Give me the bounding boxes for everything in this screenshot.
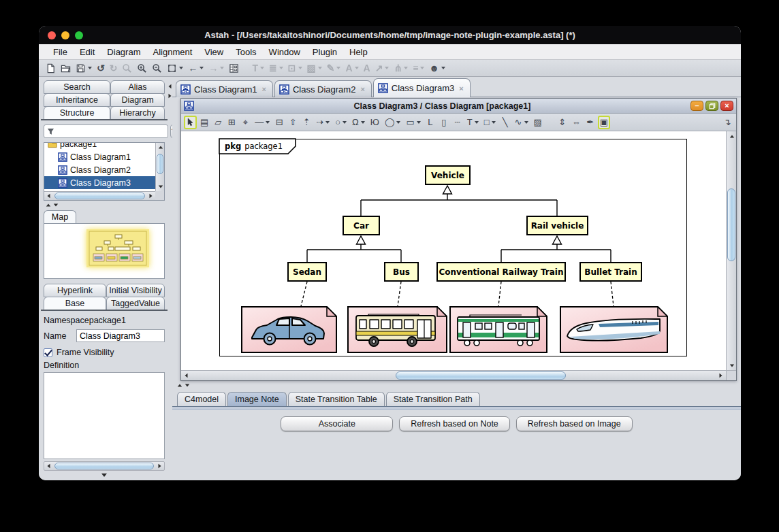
collapse-up-icon[interactable] bbox=[178, 384, 182, 387]
scroll-right-icon[interactable] bbox=[146, 192, 155, 201]
tab-search[interactable]: Search bbox=[44, 80, 110, 94]
font-color-icon[interactable]: A bbox=[343, 61, 360, 76]
class-node[interactable]: Bus bbox=[384, 262, 419, 282]
scroll-left-icon[interactable] bbox=[44, 462, 53, 471]
scroll-up-icon[interactable] bbox=[727, 131, 737, 141]
filter-input[interactable] bbox=[57, 126, 165, 137]
tab-image-note[interactable]: Image Note bbox=[227, 392, 287, 406]
text-tool-icon[interactable]: T bbox=[465, 116, 481, 129]
train-image-note[interactable] bbox=[449, 306, 547, 353]
name-field[interactable] bbox=[76, 329, 165, 342]
pin-tool-icon[interactable]: ⌖ bbox=[239, 116, 251, 129]
association-tool-icon[interactable]: — bbox=[253, 116, 272, 129]
tab-inheritance[interactable]: Inheritance bbox=[44, 93, 110, 107]
subsystem-tool-icon[interactable]: ⊞ bbox=[225, 116, 238, 129]
scroll-down-icon[interactable] bbox=[156, 182, 165, 191]
associate-button[interactable]: Associate bbox=[281, 416, 393, 431]
distribute-vertical-icon[interactable]: ⇕ bbox=[556, 116, 569, 129]
dock-corner-icon[interactable]: ↴ bbox=[721, 116, 733, 129]
zoom-in-icon[interactable] bbox=[135, 61, 149, 76]
connector-style-icon[interactable]: ↗ bbox=[373, 61, 392, 76]
diagram-list-icon[interactable] bbox=[227, 61, 241, 76]
tab-taggedvalue[interactable]: TaggedValue bbox=[106, 297, 165, 310]
realization-tool-icon[interactable]: ⇡ bbox=[300, 116, 313, 129]
canvas-horizontal-scrollbar[interactable] bbox=[181, 371, 726, 380]
tab-structure[interactable]: Structure bbox=[44, 106, 110, 120]
collapse-down-icon[interactable] bbox=[101, 473, 107, 477]
close-editor-button[interactable]: × bbox=[720, 101, 733, 111]
font-icon[interactable]: A bbox=[362, 61, 372, 76]
tree-item-package1[interactable]: package1 bbox=[44, 143, 155, 150]
close-tab-icon[interactable]: × bbox=[459, 84, 463, 93]
menu-help[interactable]: Help bbox=[343, 47, 374, 57]
line-tool-icon[interactable]: ╲ bbox=[499, 116, 511, 129]
scroll-right-icon[interactable] bbox=[716, 371, 726, 380]
collapse-left-icon[interactable] bbox=[169, 84, 172, 88]
tree-map-splitter[interactable] bbox=[44, 201, 165, 210]
scroll-right-icon[interactable] bbox=[155, 462, 164, 471]
tab-class-diagram3[interactable]: Class Diagram3 × bbox=[373, 78, 471, 97]
tree-item-class-diagram2[interactable]: Class Diagram2 bbox=[44, 163, 155, 176]
pushpin-icon[interactable]: ✒ bbox=[584, 116, 597, 129]
port-tool-icon[interactable]: ◯ bbox=[383, 116, 403, 129]
tab-map[interactable]: Map bbox=[44, 210, 76, 223]
menu-tools[interactable]: Tools bbox=[229, 47, 262, 57]
diagram-minimap[interactable] bbox=[86, 229, 149, 267]
image-tool-icon[interactable]: ▨ bbox=[532, 116, 544, 129]
menu-plugin[interactable]: Plugin bbox=[306, 47, 343, 57]
minimize-editor-button[interactable]: – bbox=[690, 101, 703, 111]
menu-alignment[interactable]: Alignment bbox=[146, 47, 198, 57]
scroll-down-icon[interactable] bbox=[727, 361, 737, 370]
note-anchor-tool-icon[interactable]: ┄ bbox=[451, 116, 464, 129]
tab-initial-visibility[interactable]: Initial Visibility bbox=[106, 284, 165, 297]
rect-tool-icon[interactable]: □ bbox=[482, 116, 498, 129]
tab-alias[interactable]: Alias bbox=[110, 80, 165, 94]
back-icon[interactable]: ← bbox=[186, 61, 206, 76]
tree-hscroll-thumb[interactable] bbox=[54, 193, 145, 199]
distribute-horizontal-icon[interactable]: ⇔ bbox=[570, 116, 583, 129]
bottom-panel-splitter[interactable] bbox=[172, 381, 741, 390]
vertical-text-icon[interactable]: T bbox=[250, 61, 266, 76]
canvas-vertical-scrollbar[interactable] bbox=[726, 131, 736, 370]
menu-diagram[interactable]: Diagram bbox=[101, 47, 146, 57]
sidebar-horizontal-scrollbar[interactable] bbox=[44, 461, 165, 471]
open-file-icon[interactable] bbox=[59, 61, 73, 76]
tab-hyperlink[interactable]: Hyperlink bbox=[44, 284, 106, 297]
close-window-button[interactable] bbox=[48, 31, 56, 39]
redo-icon[interactable]: ↻ bbox=[108, 61, 120, 76]
class-node[interactable]: Conventional Railway Train bbox=[436, 262, 566, 282]
tab-class-diagram1[interactable]: Class Diagram1 × bbox=[176, 80, 273, 97]
class-node[interactable]: Car bbox=[343, 216, 380, 235]
fit-window-icon[interactable] bbox=[165, 61, 185, 76]
bus-image-note[interactable] bbox=[347, 306, 447, 353]
expand-right-icon[interactable] bbox=[169, 94, 172, 98]
tab-diagram[interactable]: Diagram bbox=[110, 93, 165, 107]
search-icon[interactable] bbox=[120, 61, 134, 76]
lifeline-tool-icon[interactable]: L bbox=[424, 116, 436, 129]
generalization-tool-icon[interactable]: ⇧ bbox=[287, 116, 299, 129]
image-note-tool-icon[interactable]: ▣ bbox=[598, 116, 610, 129]
emoticon-icon[interactable]: ☻ bbox=[427, 61, 447, 76]
forward-icon[interactable]: → bbox=[206, 61, 226, 76]
zoom-window-button[interactable] bbox=[75, 31, 83, 39]
refresh-note-button[interactable]: Refresh based on Note bbox=[399, 416, 510, 431]
sedan-image-note[interactable] bbox=[241, 306, 337, 353]
menu-window[interactable]: Window bbox=[263, 47, 306, 57]
collapse-down-icon[interactable] bbox=[54, 204, 58, 207]
class-node[interactable]: Vehicle bbox=[425, 165, 471, 185]
zoom-out-icon[interactable] bbox=[150, 61, 164, 76]
diagram-canvas[interactable]: pkgpackage1 bbox=[181, 131, 726, 370]
tab-c4model[interactable]: C4model bbox=[177, 392, 226, 406]
new-file-icon[interactable] bbox=[44, 61, 58, 76]
tab-base[interactable]: Base bbox=[44, 297, 106, 310]
tab-state-transition-table[interactable]: State Transition Table bbox=[288, 392, 385, 406]
window-titlebar[interactable]: Astah - [/Users/takaitoshinori/Documents… bbox=[39, 26, 741, 44]
list-icon[interactable]: ≡ bbox=[411, 61, 426, 76]
scroll-left-icon[interactable] bbox=[44, 192, 53, 201]
sidebar-collapse-control[interactable] bbox=[168, 84, 172, 99]
line-color-icon[interactable]: ✎ bbox=[325, 61, 343, 76]
class-tool-icon[interactable]: ▤ bbox=[198, 116, 210, 129]
collapse-up-icon[interactable] bbox=[46, 204, 50, 207]
freehand-tool-icon[interactable]: ∿ bbox=[513, 116, 530, 129]
hierarchy-icon[interactable]: ⋔ bbox=[392, 61, 410, 76]
